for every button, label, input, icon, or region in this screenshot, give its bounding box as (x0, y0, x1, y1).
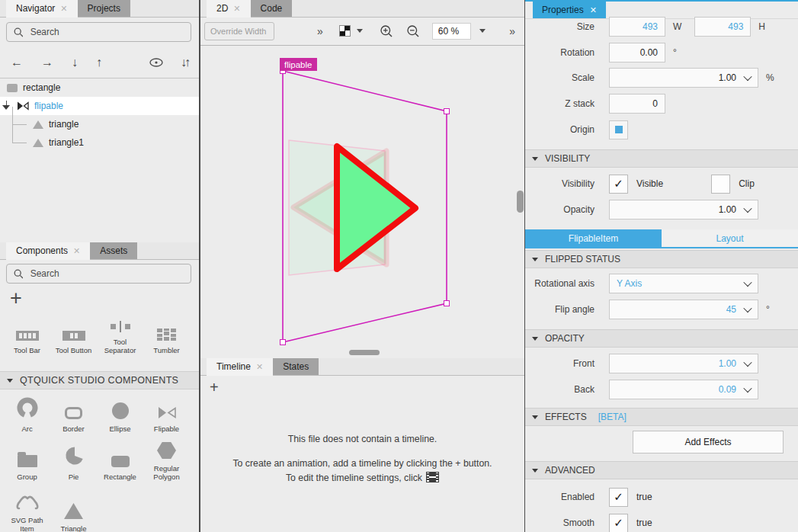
rotation-field[interactable]: 0.00 (609, 43, 665, 62)
move-up-icon[interactable]: ↑ (96, 56, 102, 69)
overflow-icon[interactable]: » (509, 25, 515, 37)
tab-components[interactable]: Components ✕ (6, 242, 90, 260)
flip-angle-value: 45 (726, 304, 736, 315)
components-search[interactable] (6, 264, 191, 284)
reverse-order-icon[interactable]: ↓↑ (181, 56, 188, 69)
enabled-checkbox[interactable]: ✓ (609, 488, 628, 507)
navigator-search-input[interactable] (29, 26, 184, 38)
flip-angle-unit: ° (766, 304, 770, 315)
tab-code[interactable]: Code (251, 0, 293, 17)
component-tool-bar[interactable]: Tool Bar (4, 316, 50, 359)
selection-handle[interactable] (444, 301, 450, 306)
component-border[interactable]: Border (50, 392, 97, 437)
component-tool-button[interactable]: Tool Button (50, 316, 97, 359)
tab-projects[interactable]: Projects (78, 0, 130, 17)
component-group[interactable]: Group (4, 437, 50, 486)
back-label: Back (525, 384, 609, 395)
clip-checkbox[interactable] (711, 175, 730, 194)
override-width-input[interactable] (204, 22, 274, 40)
effects-section-header[interactable]: EFFECTS [BETA] (525, 408, 798, 426)
chevron-down-icon[interactable] (479, 29, 486, 33)
horizontal-scrollbar[interactable] (349, 350, 380, 355)
components-search-input[interactable] (29, 268, 184, 280)
size-width-field[interactable]: 493 (609, 17, 665, 37)
visibility-eye-icon[interactable] (149, 57, 164, 68)
component-pie[interactable]: Pie (50, 437, 97, 486)
chevron-down-icon[interactable] (743, 204, 752, 213)
move-left-icon[interactable]: ← (11, 56, 23, 69)
background-color-icon[interactable] (340, 26, 350, 36)
tool-separator-icon (111, 321, 130, 332)
move-down-icon[interactable]: ↓ (72, 56, 78, 69)
component-svg-path-item[interactable]: SVG Path Item (4, 486, 50, 532)
timeline-settings-icon[interactable] (426, 472, 439, 482)
component-tool-separator[interactable]: Tool Separator (97, 316, 143, 359)
tree-item-triangle1[interactable]: triangle1 (0, 133, 199, 152)
component-triangle[interactable]: Triangle (50, 486, 97, 532)
close-icon[interactable]: ✕ (60, 4, 67, 14)
component-regular-polygon[interactable]: Regular Polygon (143, 437, 190, 486)
close-icon[interactable]: ✕ (73, 246, 80, 256)
chevron-down-icon[interactable] (743, 384, 752, 393)
tab-timeline[interactable]: Timeline ✕ (207, 358, 273, 376)
tab-properties[interactable]: Properties ✕ (533, 2, 606, 18)
subtab-layout[interactable]: Layout (662, 229, 798, 247)
add-effects-button[interactable]: Add Effects (633, 431, 784, 453)
smooth-checkbox[interactable]: ✓ (609, 514, 628, 532)
close-icon[interactable]: ✕ (256, 362, 263, 372)
advanced-section-header[interactable]: ADVANCED (525, 461, 798, 479)
chevron-down-icon[interactable] (743, 278, 752, 287)
component-tumbler[interactable]: Tumbler (143, 316, 190, 359)
close-icon[interactable]: ✕ (590, 5, 597, 15)
component-ellipse[interactable]: Ellipse (97, 392, 143, 437)
vertical-scrollbar[interactable] (517, 191, 524, 213)
overflow-icon[interactable]: » (317, 25, 323, 37)
timeline-panel: + This file does not contain a timeline.… (200, 375, 524, 532)
rotational-axis-select[interactable]: Y Axis (609, 274, 758, 293)
component-arc[interactable]: Arc (4, 392, 50, 437)
scale-field[interactable]: 1.00 (609, 68, 758, 88)
back-opacity-field[interactable]: 0.09 (609, 380, 758, 399)
components-tabbar: Components ✕ Assets (0, 242, 199, 260)
move-right-icon[interactable]: → (41, 56, 53, 69)
zoom-level-select[interactable]: 60 % (432, 23, 471, 40)
close-icon[interactable]: ✕ (233, 4, 240, 14)
add-timeline-icon[interactable]: + (210, 380, 219, 395)
component-label: Tool Separator (98, 338, 143, 354)
flipped-status-section-header[interactable]: FLIPPED STATUS (525, 250, 798, 268)
navigator-search[interactable] (6, 22, 191, 42)
zoom-out-icon[interactable] (406, 24, 420, 38)
size-height-field[interactable]: 493 (694, 17, 751, 37)
chevron-down-icon[interactable] (743, 358, 752, 367)
component-label: Border (62, 425, 85, 433)
tree-item-flipable[interactable]: flipable (0, 97, 199, 115)
tree-item-triangle[interactable]: triangle (0, 115, 199, 133)
tree-item-rectangle[interactable]: rectangle (0, 79, 199, 97)
component-flipable[interactable]: Flipable (143, 392, 190, 437)
design-canvas[interactable]: flipable (200, 46, 524, 358)
tab-navigator[interactable]: Navigator ✕ (6, 0, 78, 18)
selection-handle[interactable] (280, 340, 286, 345)
subtab-flipableitem[interactable]: FlipableItem (525, 229, 662, 247)
flip-angle-field[interactable]: 45 (609, 300, 758, 319)
front-opacity-field[interactable]: 1.00 (609, 354, 758, 373)
zoom-in-icon[interactable] (380, 24, 393, 38)
visible-checkbox[interactable]: ✓ (609, 175, 628, 194)
tab-states[interactable]: States (273, 358, 319, 375)
expander-icon[interactable] (2, 101, 11, 111)
visibility-section-header[interactable]: VISIBILITY (525, 149, 798, 168)
add-component-icon[interactable]: + (10, 290, 22, 306)
chevron-down-icon[interactable] (743, 304, 752, 312)
studio-components-header[interactable]: QTQUICK STUDIO COMPONENTS (0, 371, 199, 389)
component-rectangle[interactable]: Rectangle (97, 437, 143, 486)
tab-2d[interactable]: 2D ✕ (207, 0, 251, 18)
origin-selector[interactable] (609, 120, 628, 139)
selection-handle[interactable] (444, 109, 450, 114)
chevron-down-icon[interactable] (357, 29, 363, 33)
opacity-field[interactable]: 1.00 (609, 200, 758, 220)
z-stack-field[interactable]: 0 (609, 94, 665, 114)
tool-button-icon (62, 331, 85, 341)
chevron-down-icon[interactable] (743, 72, 752, 81)
opacity-section-header[interactable]: OPACITY (525, 329, 798, 348)
tab-assets[interactable]: Assets (90, 242, 137, 259)
